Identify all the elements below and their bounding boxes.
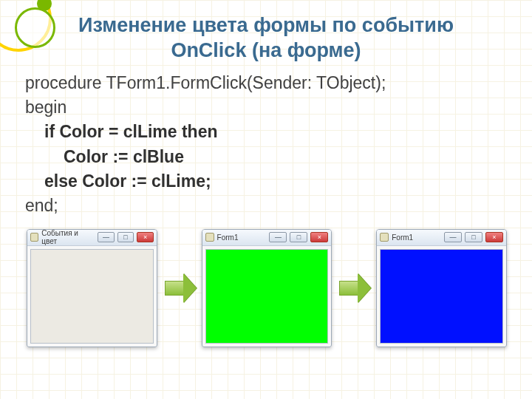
close-button[interactable]: × (137, 232, 153, 242)
form-window-gray: События и цвет — □ × (27, 229, 157, 347)
app-icon (380, 233, 389, 242)
arrow-icon (165, 270, 194, 306)
code-line: begin (25, 95, 507, 120)
form-client-area[interactable] (380, 249, 503, 344)
minimize-button[interactable]: — (269, 232, 287, 242)
title-line-2: OnClick (на форме) (171, 39, 361, 61)
titlebar: События и цвет — □ × (27, 230, 157, 246)
windows-row: События и цвет — □ × Form1 — □ × (25, 229, 507, 347)
maximize-button[interactable]: □ (465, 232, 482, 242)
code-block: procedure TForm1.FormClick(Sender: TObje… (25, 71, 507, 219)
app-icon (30, 233, 38, 242)
code-line: Color := clBlue (25, 145, 507, 169)
form-window-blue: Form1 — □ × (376, 229, 507, 347)
maximize-button[interactable]: □ (117, 232, 134, 242)
form-client-area[interactable] (30, 249, 154, 344)
arrow-icon (339, 270, 369, 306)
titlebar: Form1 — □ × (377, 230, 506, 246)
window-title: Form1 (217, 233, 239, 242)
minimize-button[interactable]: — (444, 232, 462, 242)
form-client-area[interactable] (205, 249, 329, 344)
titlebar: Form1 — □ × (202, 230, 332, 246)
code-line: if Color = clLime then (25, 120, 507, 144)
minimize-button[interactable]: — (98, 232, 114, 242)
code-line: end; (25, 194, 507, 218)
maximize-button[interactable]: □ (290, 232, 307, 242)
window-title: События и цвет (41, 229, 92, 245)
title-line-1: Изменение цвета формы по событию (78, 14, 454, 36)
code-line: procedure TForm1.FormClick(Sender: TObje… (25, 71, 507, 95)
window-title: Form1 (392, 233, 413, 242)
slide-title: Изменение цвета формы по событию OnClick… (25, 13, 507, 64)
code-line: else Color := clLime; (25, 169, 507, 194)
close-button[interactable]: × (310, 232, 328, 242)
close-button[interactable]: × (485, 232, 503, 242)
form-window-lime: Form1 — □ × (202, 229, 332, 347)
app-icon (205, 233, 214, 242)
